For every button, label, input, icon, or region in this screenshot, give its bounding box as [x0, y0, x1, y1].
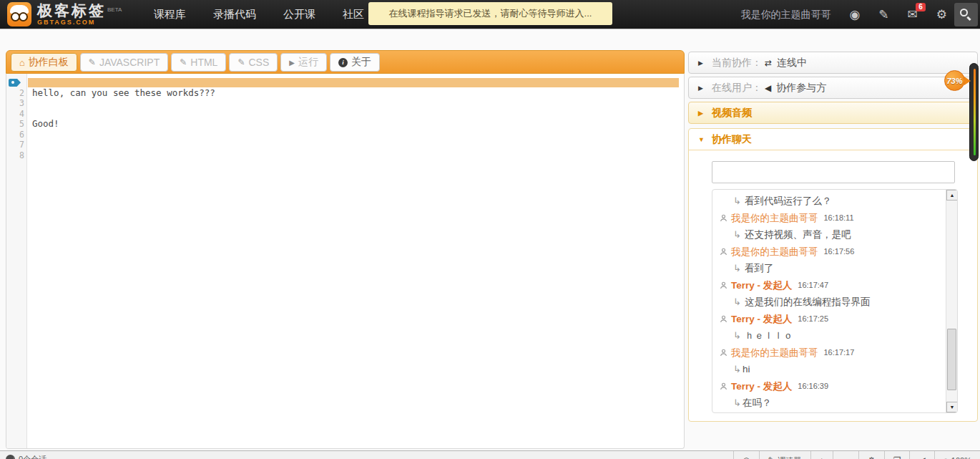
reply-arrow-icon: ↳ — [733, 395, 741, 412]
download-button[interactable]: ↓ — [810, 451, 833, 459]
pencil-icon: ✎ — [237, 57, 245, 67]
person-icon — [720, 214, 727, 222]
collab-chat-header[interactable]: ▼ 协作聊天 — [689, 129, 977, 150]
active-line-highlight — [28, 78, 679, 87]
editor-line — [6, 77, 684, 88]
code-editor[interactable]: 2hello, can you see these workds??? 3 4 … — [6, 74, 685, 449]
chat-message: ↳看到了 — [720, 260, 941, 277]
home-icon: ⌂ — [19, 57, 25, 68]
window-button[interactable]: ❐ — [884, 451, 910, 459]
collab-cursor-icon — [9, 79, 21, 87]
audio-level-bar — [974, 69, 976, 155]
mic-button[interactable]: ◉ — [733, 451, 758, 459]
editor-line: 6 — [6, 130, 684, 140]
tab-collab-whiteboard[interactable]: ⌂协作白板 — [11, 53, 77, 72]
panel-video-audio[interactable]: ▶ 视频音频 — [688, 102, 978, 124]
chat-message-list: ↳看到代码运行了么？ 我是你的主题曲哥哥16:18:11 ↳还支持视频、声音，是… — [712, 189, 958, 413]
reply-arrow-icon: ↳ — [733, 361, 741, 378]
bottom-status-bar: 0个会话 ◉ ✎调速器 ↓ ▭ ⚙ ❐ ◀ ◌100% — [0, 450, 980, 459]
session-icon — [6, 455, 15, 459]
chat-user-row: Terry - 发起人16:17:25 — [720, 311, 941, 328]
chat-message: ↳ｈｅｌｌｏ — [720, 327, 941, 344]
chat-user-row: 我是你的主题曲哥哥16:18:11 — [720, 210, 941, 227]
whiteboard-panel: ⌂协作白板 ✎JAVASCRIPT ✎HTML ✎CSS ▶运行 关于 2hel… — [6, 50, 685, 449]
nav-item-open-class[interactable]: 公开课 — [283, 8, 315, 21]
download-icon: ↓ — [820, 455, 824, 459]
search-button[interactable] — [954, 3, 978, 26]
tab-about[interactable]: 关于 — [330, 53, 380, 72]
window-icon: ❐ — [893, 455, 901, 459]
editor-line: 3 — [6, 98, 684, 109]
gbtags-logo-icon — [7, 2, 31, 26]
brand-domain: GBTAGS.COM — [37, 19, 122, 26]
reply-arrow-icon: ↳ — [733, 226, 741, 243]
speed-control-button[interactable]: ✎调速器 — [759, 451, 810, 459]
tab-css[interactable]: ✎CSS — [229, 53, 278, 72]
board-tabstrip: ⌂协作白板 ✎JAVASCRIPT ✎HTML ✎CSS ▶运行 关于 — [6, 50, 685, 74]
chat-user-row: Terry - 发起人16:17:47 — [720, 277, 941, 294]
chat-message: ↳还支持视频、声音，是吧 — [720, 226, 941, 243]
swap-arrows-icon: ⇄ — [765, 58, 772, 68]
main-nav: 课程库 录播代码 公开课 社区 — [154, 0, 364, 29]
pencil-icon: ✎ — [180, 57, 187, 67]
monitor-icon: ▭ — [842, 455, 850, 459]
top-navbar: 极客标签BETA GBTAGS.COM 课程库 录播代码 公开课 社区 在线课程… — [0, 0, 980, 29]
reply-arrow-icon: ↳ — [733, 193, 741, 210]
scrollbar-thumb[interactable] — [947, 329, 956, 390]
megaphone-icon: ✎ — [768, 455, 775, 459]
editor-line: 5Good! — [6, 119, 684, 130]
chevron-right-icon: ▶ — [698, 59, 707, 67]
chat-message: ↳看到代码运行了么？ — [720, 193, 941, 210]
session-count: 0个会话 — [19, 454, 46, 459]
person-icon — [720, 281, 727, 289]
mail-count-badge: 6 — [916, 3, 926, 11]
chat-message-input[interactable] — [712, 161, 955, 183]
brand-logo[interactable]: 极客标签BETA GBTAGS.COM — [7, 2, 122, 26]
username-link[interactable]: 我是你的主题曲哥哥 — [740, 9, 830, 21]
chevron-right-icon: ▶ — [698, 84, 707, 92]
speaker-button[interactable]: ◀ — [909, 451, 934, 459]
nav-item-community[interactable]: 社区 — [343, 8, 364, 21]
editor-line: 7 — [6, 140, 684, 150]
chat-user-row: 我是你的主题曲哥哥16:17:56 — [720, 243, 941, 261]
zoom-level-button[interactable]: ◌100% — [934, 451, 980, 459]
panel-online-users[interactable]: ▶ 在线用户： ◀ 协作参与方 — [688, 77, 978, 99]
connection-status: 连线中 — [777, 57, 807, 69]
brand-beta: BETA — [107, 6, 122, 13]
settings-button[interactable]: ⚙ — [858, 451, 884, 459]
visibility-icon[interactable]: ◉ — [849, 9, 860, 21]
pencil-icon: ✎ — [89, 57, 96, 67]
panel-current-collaboration[interactable]: ▶ 当前协作： ⇄ 连线中 — [688, 52, 978, 74]
level-percent-badge: 73% — [944, 70, 971, 91]
reply-arrow-icon: ↳ — [733, 294, 741, 311]
edit-icon[interactable]: ✎ — [878, 9, 888, 21]
search-icon — [960, 9, 968, 16]
chat-message: ↳hi — [720, 361, 941, 378]
gear-icon: ⚙ — [868, 455, 876, 459]
editor-line: 2hello, can you see these workds??? — [6, 88, 684, 99]
left-triangle-icon: ◀ — [765, 83, 771, 93]
editor-line: 4 — [6, 109, 684, 120]
mic-icon: ◉ — [743, 455, 750, 459]
scroll-up-button[interactable]: ▲ — [946, 190, 958, 200]
screen-button[interactable]: ▭ — [833, 451, 858, 459]
person-icon — [720, 382, 727, 390]
scroll-down-button[interactable]: ▼ — [946, 402, 958, 412]
nav-item-recorded-code[interactable]: 录播代码 — [213, 8, 256, 21]
chat-message: ↳这是我们的在线编程指导界面 — [720, 294, 941, 311]
editor-line: 8 — [6, 150, 684, 161]
chat-scrollbar[interactable]: ▲ ▼ — [946, 190, 957, 412]
tab-run[interactable]: ▶运行 — [280, 53, 327, 72]
person-icon — [720, 248, 727, 256]
reply-arrow-icon: ↳ — [733, 327, 741, 344]
person-icon — [720, 315, 727, 323]
brand-title: 极客标签 — [37, 2, 106, 19]
nav-item-courses[interactable]: 课程库 — [154, 8, 186, 21]
chat-user-row: Terry - 发起人16:16:39 — [720, 378, 941, 395]
gear-icon[interactable]: ⚙ — [936, 9, 947, 21]
person-icon — [720, 349, 727, 357]
chat-message: ↳在吗？ — [720, 395, 941, 412]
tab-javascript[interactable]: ✎JAVASCRIPT — [80, 53, 168, 72]
tab-html[interactable]: ✎HTML — [171, 53, 226, 72]
mail-icon[interactable]: ✉6 — [908, 9, 918, 21]
